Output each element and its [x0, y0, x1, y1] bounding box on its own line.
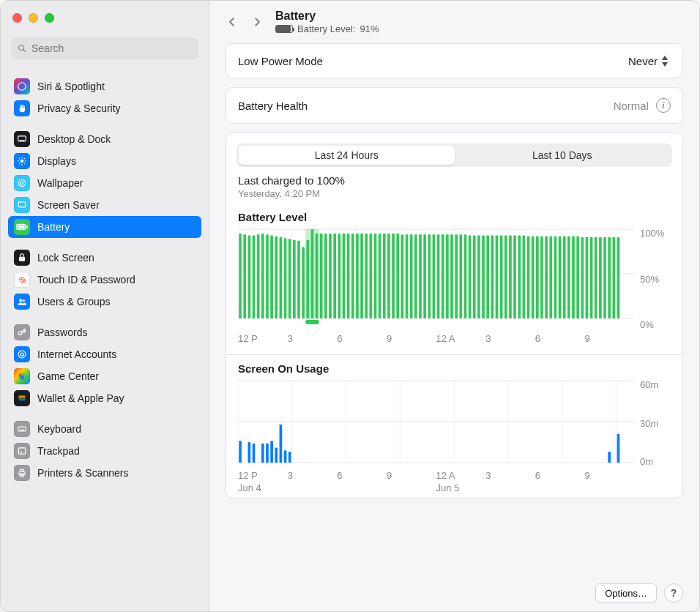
svg-rect-82: [370, 234, 373, 318]
low-power-value: Never: [628, 55, 658, 67]
svg-rect-125: [563, 236, 566, 318]
sidebar-item-lock-screen[interactable]: Lock Screen: [8, 247, 201, 269]
battery-health-label: Battery Health: [238, 100, 308, 112]
svg-rect-132: [595, 237, 597, 318]
chevrons-icon: [660, 54, 671, 67]
sidebar-item-privacy-security[interactable]: Privacy & Security: [8, 97, 201, 119]
svg-rect-66: [297, 241, 300, 318]
sidebar-item-printers-scanners[interactable]: Printers & Scanners: [8, 462, 201, 484]
sidebar-item-displays[interactable]: Displays: [8, 150, 201, 172]
svg-rect-59: [266, 234, 269, 318]
sidebar-item-trackpad[interactable]: Trackpad: [8, 440, 201, 462]
sidebar-item-label: Game Center: [37, 370, 99, 382]
svg-rect-131: [590, 237, 593, 318]
sidebar-item-label: Privacy & Security: [37, 102, 121, 114]
svg-rect-101: [455, 234, 458, 318]
svg-rect-123: [554, 236, 557, 318]
options-button[interactable]: Options…: [595, 583, 657, 602]
svg-rect-28: [18, 396, 25, 398]
sidebar-item-users-groups[interactable]: Users & Groups: [8, 291, 201, 313]
sidebar-item-touch-id-password[interactable]: Touch ID & Password: [8, 269, 201, 291]
svg-rect-73: [329, 234, 332, 318]
chart-screen-on-usage: Screen On Usage 60m30m0m 12 P36912 A369 …: [226, 355, 682, 498]
sidebar-item-siri-spotlight[interactable]: Siri & Spotlight: [8, 75, 201, 97]
svg-rect-153: [266, 444, 269, 463]
svg-rect-105: [473, 236, 476, 318]
nav-back-button[interactable]: [226, 15, 239, 29]
svg-rect-151: [253, 444, 256, 463]
page-title: Battery: [275, 10, 379, 23]
trackpad-icon: [14, 443, 30, 459]
svg-rect-19: [26, 225, 28, 228]
screensaver-icon: [14, 197, 30, 213]
sidebar-item-desktop-dock[interactable]: Desktop & Dock: [8, 128, 201, 150]
svg-rect-88: [396, 234, 399, 318]
tab-last-10-days[interactable]: Last 10 Days: [455, 146, 671, 165]
sidebar-item-wallet-apple-pay[interactable]: Wallet & Apple Pay: [8, 387, 201, 409]
siri-icon: [14, 78, 30, 94]
search-field[interactable]: [11, 37, 198, 59]
svg-rect-124: [559, 236, 562, 318]
svg-rect-150: [248, 442, 251, 463]
help-button[interactable]: ?: [664, 583, 683, 602]
sidebar-item-label: Passwords: [37, 326, 87, 338]
last-charged-time: Yesterday, 4:20 PM: [238, 188, 671, 199]
svg-rect-109: [491, 236, 494, 318]
svg-rect-60: [270, 236, 273, 318]
content-scroll[interactable]: Low Power Mode Never Battery Health: [209, 43, 699, 575]
svg-point-22: [23, 299, 25, 302]
search-field-wrap: [1, 34, 209, 67]
search-input[interactable]: [31, 42, 193, 54]
svg-rect-155: [275, 447, 278, 463]
chart-battery-level: Battery Level 100%50%0% 12 P36912 A369: [226, 204, 682, 348]
svg-rect-152: [261, 444, 264, 463]
svg-rect-106: [477, 236, 480, 318]
page-subtitle: Battery Level: 91%: [275, 23, 379, 34]
printer-icon: [14, 465, 30, 481]
sidebar-item-label: Internet Accounts: [37, 348, 116, 360]
sidebar-item-battery[interactable]: Battery: [8, 216, 201, 238]
displays-icon: [14, 153, 30, 169]
sidebar-nav[interactable]: Siri & SpotlightPrivacy & SecurityDeskto…: [1, 67, 209, 611]
svg-rect-65: [293, 240, 296, 318]
svg-rect-93: [419, 234, 422, 318]
sidebar-item-label: Desktop & Dock: [37, 133, 111, 145]
svg-rect-53: [239, 234, 242, 318]
svg-rect-84: [379, 234, 381, 318]
info-icon-button[interactable]: i: [656, 98, 671, 113]
svg-rect-61: [275, 236, 278, 318]
svg-rect-158: [288, 452, 291, 463]
svg-rect-119: [536, 236, 539, 318]
svg-point-27: [20, 376, 24, 380]
svg-rect-133: [599, 237, 602, 318]
sidebar-item-label: Wallet & Apple Pay: [37, 392, 124, 404]
sidebar-item-screen-saver[interactable]: Screen Saver: [8, 194, 201, 216]
sidebar-item-wallpaper[interactable]: Wallpaper: [8, 172, 201, 194]
window-close-button[interactable]: [12, 13, 22, 23]
svg-rect-154: [270, 441, 273, 463]
svg-rect-122: [549, 236, 552, 318]
sidebar-item-label: Lock Screen: [37, 252, 94, 264]
sidebar-item-game-center[interactable]: Game Center: [8, 365, 201, 387]
sidebar-item-passwords[interactable]: Passwords: [8, 321, 201, 343]
sidebar-item-internet-accounts[interactable]: Internet Accounts: [8, 343, 201, 365]
nav-forward-button[interactable]: [250, 15, 264, 29]
svg-rect-134: [603, 237, 606, 318]
svg-rect-72: [324, 234, 327, 318]
window-minimize-button[interactable]: [29, 13, 38, 23]
svg-rect-62: [280, 237, 283, 318]
svg-rect-75: [338, 234, 340, 318]
chart-canvas: [238, 379, 634, 467]
chart-canvas: [238, 228, 634, 330]
chart-title: Screen On Usage: [238, 362, 671, 375]
window-zoom-button[interactable]: [45, 13, 54, 23]
wallet-icon: [14, 390, 30, 406]
low-power-select[interactable]: Never: [628, 54, 671, 67]
last-charged-title: Last charged to 100%: [238, 174, 671, 187]
svg-rect-120: [540, 236, 543, 318]
sidebar-item-keyboard[interactable]: Keyboard: [8, 418, 201, 440]
chart-y-labels: 100%50%0%: [634, 228, 671, 330]
tab-last-24-hours[interactable]: Last 24 Hours: [239, 146, 455, 165]
svg-rect-55: [248, 236, 251, 318]
svg-rect-115: [518, 236, 521, 318]
